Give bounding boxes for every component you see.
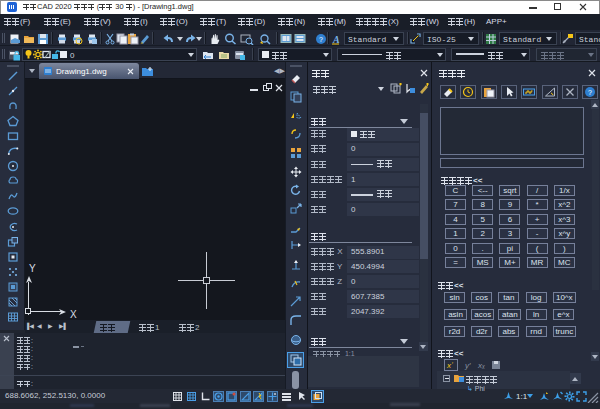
svg-text:?: ? [588,89,592,96]
svg-text:?: ? [319,36,323,43]
svg-text:A: A [332,34,340,45]
